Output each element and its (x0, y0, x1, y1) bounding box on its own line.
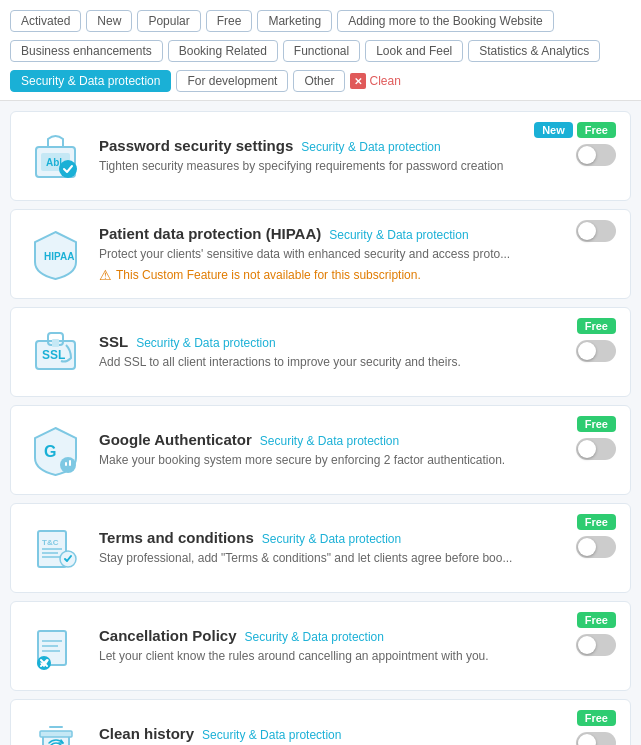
icon-ssl: SSL (25, 322, 85, 382)
feature-card-hipaa: HIPAA Patient data protection (HIPAA) Se… (10, 209, 631, 299)
filter-security[interactable]: Security & Data protection (10, 70, 171, 92)
clean-x-icon: ✕ (350, 73, 366, 89)
clean-label: Clean (369, 74, 400, 88)
feature-title: SSL (99, 333, 128, 350)
badge-free-cancellation: Free (577, 612, 616, 628)
feature-title: Password security settings (99, 137, 293, 154)
card-badges-password: New Free (534, 122, 616, 166)
feature-desc: Add SSL to all client interactions to im… (99, 354, 556, 371)
card-body-cancellation: Cancellation Policy Security & Data prot… (99, 627, 616, 665)
feature-desc: Let your client know the rules around ca… (99, 648, 556, 665)
badge-free-google: Free (577, 416, 616, 432)
badge-free-clean: Free (577, 710, 616, 726)
icon-password: Ab| (25, 126, 85, 186)
feature-desc: Protect your clients' sensitive data wit… (99, 246, 556, 263)
badge-new: New (534, 122, 573, 138)
card-body-terms: Terms and conditions Security & Data pro… (99, 529, 616, 567)
filter-activated[interactable]: Activated (10, 10, 81, 32)
filter-row-2: Business enhancements Booking Related Fu… (10, 40, 631, 62)
toggle-terms[interactable] (576, 536, 616, 558)
card-badges-ssl: Free (576, 318, 616, 362)
feature-desc: Tighten security measures by specifying … (99, 158, 556, 175)
title-row-clean-history: Clean history Security & Data protection (99, 725, 556, 742)
title-row-hipaa: Patient data protection (HIPAA) Security… (99, 225, 556, 242)
feature-card-ssl: Free SSL SSL Security & Data protection … (10, 307, 631, 397)
feature-category: Security & Data protection (260, 434, 399, 448)
feature-card-google-auth: Free G Google Authenticator Security & D… (10, 405, 631, 495)
card-badges-terms: Free (576, 514, 616, 558)
badge-free-ssl: Free (577, 318, 616, 334)
icon-hipaa: HIPAA (25, 224, 85, 284)
title-row-terms: Terms and conditions Security & Data pro… (99, 529, 556, 546)
feature-title: Patient data protection (HIPAA) (99, 225, 321, 242)
title-row-google-auth: Google Authenticator Security & Data pro… (99, 431, 556, 448)
filter-booking-website[interactable]: Adding more to the Booking Website (337, 10, 554, 32)
filter-row-3: Security & Data protection For developme… (10, 70, 631, 92)
toggle-ssl[interactable] (576, 340, 616, 362)
filter-marketing[interactable]: Marketing (257, 10, 332, 32)
card-toggle-hipaa (576, 220, 616, 242)
card-body-google-auth: Google Authenticator Security & Data pro… (99, 431, 616, 469)
warning-icon: ⚠ (99, 267, 112, 283)
card-badges-cancellation: Free (576, 612, 616, 656)
feature-title: Cancellation Policy (99, 627, 237, 644)
feature-category: Security & Data protection (262, 532, 401, 546)
filter-look-feel[interactable]: Look and Feel (365, 40, 463, 62)
feature-category: Security & Data protection (329, 228, 468, 242)
card-body-ssl: SSL Security & Data protection Add SSL t… (99, 333, 616, 371)
toggle-clean-history[interactable] (576, 732, 616, 745)
feature-card-clean-history: Free Clean history Security & Data prote… (10, 699, 631, 745)
feature-category: Security & Data protection (136, 336, 275, 350)
feature-title: Google Authenticator (99, 431, 252, 448)
feature-category: Security & Data protection (301, 140, 440, 154)
filter-functional[interactable]: Functional (283, 40, 360, 62)
filter-other[interactable]: Other (293, 70, 345, 92)
badge-free: Free (577, 122, 616, 138)
feature-desc: Stay professional, add "Terms & conditio… (99, 550, 556, 567)
svg-text:HIPAA: HIPAA (44, 251, 74, 262)
feature-card-password: New Free Ab| Password security settings … (10, 111, 631, 201)
svg-text:G: G (44, 443, 56, 460)
icon-clean-history (25, 714, 85, 745)
feature-desc: Make your booking system more secure by … (99, 452, 556, 469)
icon-terms: T&C (25, 518, 85, 578)
filter-popular[interactable]: Popular (137, 10, 200, 32)
feature-title: Clean history (99, 725, 194, 742)
badge-free-terms: Free (577, 514, 616, 530)
filter-row-1: Activated New Popular Free Marketing Add… (10, 10, 631, 32)
card-body-clean-history: Clean history Security & Data protection… (99, 725, 616, 745)
toggle-password[interactable] (576, 144, 616, 166)
svg-point-3 (59, 160, 77, 178)
toggle-google-auth[interactable] (576, 438, 616, 460)
clean-filter-button[interactable]: ✕ Clean (350, 73, 400, 89)
filter-area: Activated New Popular Free Marketing Add… (0, 0, 641, 101)
feature-category: Security & Data protection (202, 728, 341, 742)
svg-text:T&C: T&C (42, 538, 59, 547)
card-badges-google: Free (576, 416, 616, 460)
svg-rect-8 (52, 339, 59, 347)
icon-google-auth: G (25, 420, 85, 480)
toggle-cancellation[interactable] (576, 634, 616, 656)
svg-point-10 (60, 457, 76, 473)
filter-business[interactable]: Business enhancements (10, 40, 163, 62)
filter-free[interactable]: Free (206, 10, 253, 32)
feature-title: Terms and conditions (99, 529, 254, 546)
filter-development[interactable]: For development (176, 70, 288, 92)
card-body-hipaa: Patient data protection (HIPAA) Security… (99, 225, 616, 283)
filter-new[interactable]: New (86, 10, 132, 32)
title-row-cancellation: Cancellation Policy Security & Data prot… (99, 627, 556, 644)
filter-booking-related[interactable]: Booking Related (168, 40, 278, 62)
features-list: New Free Ab| Password security settings … (0, 101, 641, 745)
toggle-hipaa[interactable] (576, 220, 616, 242)
feature-card-terms: Free T&C Terms and conditions Security &… (10, 503, 631, 593)
warning-text: This Custom Feature is not available for… (116, 268, 421, 282)
icon-cancellation (25, 616, 85, 676)
svg-rect-27 (40, 731, 72, 737)
card-badges-clean: Free (576, 710, 616, 745)
feature-warning: ⚠ This Custom Feature is not available f… (99, 267, 556, 283)
feature-category: Security & Data protection (245, 630, 384, 644)
svg-text:SSL: SSL (42, 348, 65, 362)
title-row-password: Password security settings Security & Da… (99, 137, 556, 154)
filter-statistics[interactable]: Statistics & Analytics (468, 40, 600, 62)
svg-rect-12 (69, 460, 71, 466)
